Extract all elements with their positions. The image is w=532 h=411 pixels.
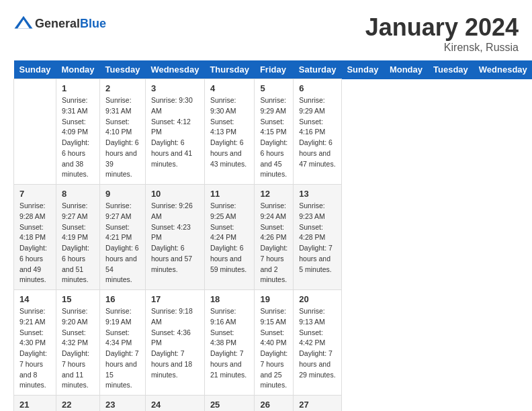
sunrise-text: Sunrise: 9:27 AM [62, 201, 94, 222]
day-number: 23 [105, 400, 140, 410]
daylight-text: Daylight: 7 hours and 5 minutes. [299, 243, 336, 275]
sunrise-text: Sunrise: 9:20 AM [62, 306, 94, 328]
sunset-text: Sunset: 4:28 PM [299, 222, 336, 244]
day-cell: 6Sunrise: 9:29 AMSunset: 4:16 PMDaylight… [294, 79, 342, 185]
sunrise-text: Sunrise: 9:30 AM [151, 95, 199, 117]
day-cell: 8Sunrise: 9:27 AMSunset: 4:19 PMDaylight… [56, 185, 99, 290]
day-cell: 27Sunrise: 9:01 AMSunset: 4:58 PMDayligh… [294, 396, 342, 412]
page-header: GeneralBlue January 2024 Kirensk, Russia [13, 13, 519, 54]
column-header-wednesday: Wednesday [474, 60, 532, 79]
day-info: Sunrise: 9:18 AMSunset: 4:36 PMDaylight:… [151, 306, 199, 380]
sunset-text: Sunset: 4:12 PM [151, 117, 199, 138]
sunset-text: Sunset: 4:36 PM [151, 328, 199, 349]
day-number: 10 [151, 189, 199, 199]
day-number: 21 [19, 400, 50, 410]
sunset-text: Sunset: 4:18 PM [19, 222, 50, 244]
sunset-text: Sunset: 4:24 PM [210, 222, 249, 244]
sunrise-text: Sunrise: 9:25 AM [210, 201, 249, 222]
day-info: Sunrise: 9:29 AMSunset: 4:15 PMDaylight:… [260, 95, 287, 180]
day-cell: 4Sunrise: 9:30 AMSunset: 4:13 PMDaylight… [204, 79, 255, 185]
day-number: 12 [260, 189, 287, 199]
week-row-3: 14Sunrise: 9:21 AMSunset: 4:30 PMDayligh… [14, 290, 533, 396]
day-cell: 21Sunrise: 9:12 AMSunset: 4:44 PMDayligh… [14, 396, 56, 412]
sunrise-text: Sunrise: 9:13 AM [299, 306, 336, 328]
daylight-text: Daylight: 6 hours and 39 minutes. [105, 138, 140, 180]
daylight-text: Daylight: 7 hours and 18 minutes. [151, 349, 199, 380]
day-info: Sunrise: 9:28 AMSunset: 4:18 PMDaylight:… [19, 201, 50, 285]
day-info: Sunrise: 9:31 AMSunset: 4:10 PMDaylight:… [105, 95, 140, 180]
sunrise-text: Sunrise: 9:29 AM [260, 95, 287, 117]
day-number: 5 [260, 83, 287, 93]
logo-general: General [35, 17, 80, 30]
day-info: Sunrise: 9:24 AMSunset: 4:26 PMDaylight:… [260, 201, 287, 285]
column-header-tuesday: Tuesday [428, 60, 474, 79]
day-number: 2 [105, 83, 140, 93]
day-number: 20 [299, 294, 336, 304]
month-title: January 2024 [365, 13, 519, 42]
day-cell: 18Sunrise: 9:16 AMSunset: 4:38 PMDayligh… [204, 290, 255, 396]
day-info: Sunrise: 9:23 AMSunset: 4:28 PMDaylight:… [299, 201, 336, 275]
day-info: Sunrise: 9:29 AMSunset: 4:16 PMDaylight:… [299, 95, 336, 169]
day-cell: 2Sunrise: 9:31 AMSunset: 4:10 PMDaylight… [100, 79, 146, 185]
sunset-text: Sunset: 4:23 PM [151, 222, 199, 244]
daylight-text: Daylight: 7 hours and 11 minutes. [62, 349, 94, 391]
sunset-text: Sunset: 4:26 PM [260, 222, 287, 244]
sunset-text: Sunset: 4:34 PM [105, 328, 140, 349]
day-number: 4 [210, 83, 249, 93]
day-cell: 19Sunrise: 9:15 AMSunset: 4:40 PMDayligh… [255, 290, 294, 396]
title-area: January 2024 Kirensk, Russia [365, 13, 519, 54]
daylight-text: Daylight: 6 hours and 59 minutes. [210, 243, 249, 275]
day-number: 7 [19, 189, 50, 199]
daylight-text: Daylight: 6 hours and 49 minutes. [19, 243, 50, 285]
day-number: 3 [151, 83, 199, 93]
day-number: 24 [151, 400, 199, 410]
day-info: Sunrise: 9:19 AMSunset: 4:34 PMDaylight:… [105, 306, 140, 391]
day-number: 27 [299, 400, 336, 410]
logo: GeneralBlue [13, 13, 106, 34]
sunset-text: Sunset: 4:38 PM [210, 328, 249, 349]
sunrise-text: Sunrise: 9:31 AM [62, 95, 94, 117]
daylight-text: Daylight: 7 hours and 29 minutes. [299, 349, 336, 380]
day-cell: 17Sunrise: 9:18 AMSunset: 4:36 PMDayligh… [145, 290, 204, 396]
day-number: 19 [260, 294, 287, 304]
logo-text: GeneralBlue [35, 17, 106, 31]
sunset-text: Sunset: 4:10 PM [105, 117, 140, 138]
sunset-text: Sunset: 4:09 PM [62, 117, 94, 138]
sunrise-text: Sunrise: 9:15 AM [260, 306, 287, 328]
day-cell: 15Sunrise: 9:20 AMSunset: 4:32 PMDayligh… [56, 290, 99, 396]
day-info: Sunrise: 9:16 AMSunset: 4:38 PMDaylight:… [210, 306, 249, 380]
column-header-saturday: Saturday [294, 60, 342, 79]
column-header-sunday: Sunday [14, 60, 56, 79]
day-cell: 12Sunrise: 9:24 AMSunset: 4:26 PMDayligh… [255, 185, 294, 290]
daylight-text: Daylight: 7 hours and 8 minutes. [19, 349, 50, 391]
day-number: 9 [105, 189, 140, 199]
sunrise-text: Sunrise: 9:30 AM [210, 95, 249, 117]
day-cell: 9Sunrise: 9:27 AMSunset: 4:21 PMDaylight… [100, 185, 146, 290]
logo-icon [13, 13, 34, 34]
day-cell: 22Sunrise: 9:10 AMSunset: 4:47 PMDayligh… [56, 396, 99, 412]
daylight-text: Daylight: 7 hours and 15 minutes. [105, 349, 140, 391]
day-info: Sunrise: 9:26 AMSunset: 4:23 PMDaylight:… [151, 201, 199, 275]
sunrise-text: Sunrise: 9:23 AM [299, 201, 336, 222]
day-info: Sunrise: 9:31 AMSunset: 4:09 PMDaylight:… [62, 95, 94, 180]
column-header-thursday: Thursday [204, 60, 255, 79]
sunrise-text: Sunrise: 9:31 AM [105, 95, 140, 117]
sunrise-text: Sunrise: 9:28 AM [19, 201, 50, 222]
day-info: Sunrise: 9:30 AMSunset: 4:13 PMDaylight:… [210, 95, 249, 169]
daylight-text: Daylight: 7 hours and 21 minutes. [210, 349, 249, 380]
day-cell [14, 79, 56, 185]
day-cell: 23Sunrise: 9:08 AMSunset: 4:49 PMDayligh… [100, 396, 146, 412]
day-number: 1 [62, 83, 94, 93]
day-info: Sunrise: 9:13 AMSunset: 4:42 PMDaylight:… [299, 306, 336, 380]
day-cell: 5Sunrise: 9:29 AMSunset: 4:15 PMDaylight… [255, 79, 294, 185]
day-number: 22 [62, 400, 94, 410]
daylight-text: Daylight: 7 hours and 2 minutes. [260, 243, 287, 285]
sunrise-text: Sunrise: 9:29 AM [299, 95, 336, 117]
day-number: 14 [19, 294, 50, 304]
day-info: Sunrise: 9:25 AMSunset: 4:24 PMDaylight:… [210, 201, 249, 275]
day-cell: 25Sunrise: 9:05 AMSunset: 4:53 PMDayligh… [204, 396, 255, 412]
sunrise-text: Sunrise: 9:26 AM [151, 201, 199, 222]
daylight-text: Daylight: 6 hours and 41 minutes. [151, 138, 199, 169]
day-cell: 11Sunrise: 9:25 AMSunset: 4:24 PMDayligh… [204, 185, 255, 290]
daylight-text: Daylight: 6 hours and 45 minutes. [260, 138, 287, 180]
